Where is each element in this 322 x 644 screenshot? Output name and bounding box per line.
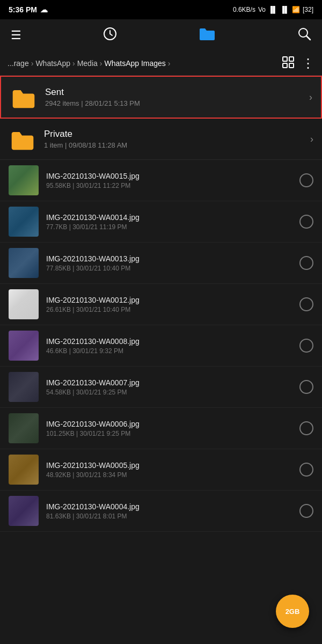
file-meta-4: 46.6KB | 30/01/21 9:32 PM [46, 347, 299, 355]
file-name-1: IMG-20210130-WA0014.jpg [46, 213, 299, 222]
svg-line-4 [306, 36, 310, 40]
file-meta-5: 54.58KB | 30/01/21 9:25 PM [46, 389, 299, 396]
breadcrumb-storage[interactable]: ...rage [8, 59, 29, 68]
file-check-0[interactable] [299, 173, 313, 187]
svg-line-2 [110, 34, 112, 35]
file-meta-1: 77.7KB | 30/01/21 11:19 PM [46, 223, 299, 231]
network-speed: 0.6KB/s [233, 6, 255, 13]
file-name-3: IMG-20210130-WA0012.jpg [46, 296, 299, 304]
file-info-8: IMG-20210130-WA0004.jpg 81.63KB | 30/01/… [46, 502, 299, 520]
file-info-5: IMG-20210130-WA0007.jpg 54.58KB | 30/01/… [46, 378, 299, 396]
file-check-8[interactable] [299, 504, 313, 518]
file-info-0: IMG-20210130-WA0015.jpg 95.58KB | 30/01/… [46, 172, 299, 189]
signal-bars-icon: ▐▌ [268, 6, 277, 13]
file-info-3: IMG-20210130-WA0012.jpg 26.61KB | 30/01/… [46, 296, 299, 313]
file-meta-3: 26.61KB | 30/01/21 10:40 PM [46, 306, 299, 313]
file-name-7: IMG-20210130-WA0005.jpg [46, 461, 299, 470]
status-bar: 5:36 PM ☁ 0.6KB/s Vo ▐▌ ▐▌ 📶 [32] [0, 0, 322, 19]
file-thumb-0 [9, 165, 39, 195]
file-thumb-8 [9, 496, 39, 526]
storage-fab[interactable]: 2GB [276, 595, 309, 628]
list-item[interactable]: IMG-20210130-WA0015.jpg 95.58KB | 30/01/… [0, 160, 322, 201]
folder-sent-name: Sent [45, 87, 309, 98]
fab-label: 2GB [286, 608, 300, 616]
list-item[interactable]: IMG-20210130-WA0014.jpg 77.7KB | 30/01/2… [0, 201, 322, 243]
file-check-2[interactable] [299, 256, 313, 270]
svg-rect-6 [289, 57, 294, 61]
file-thumb-1 [9, 207, 39, 237]
file-info-4: IMG-20210130-WA0008.jpg 46.6KB | 30/01/2… [46, 337, 299, 355]
breadcrumb-current[interactable]: WhatsApp Images [104, 59, 165, 68]
file-name-4: IMG-20210130-WA0008.jpg [46, 337, 299, 346]
signal-bars-2-icon: ▐▌ [280, 6, 289, 13]
breadcrumb-media[interactable]: Media [77, 59, 98, 68]
file-meta-8: 81.63KB | 30/01/21 8:01 PM [46, 513, 299, 520]
file-thumb-7 [9, 455, 39, 485]
breadcrumb-sep-3: › [100, 59, 103, 68]
file-check-5[interactable] [299, 380, 313, 394]
status-right: 0.6KB/s Vo ▐▌ ▐▌ 📶 [32] [233, 6, 313, 13]
cloud-icon: ☁ [40, 5, 48, 14]
folder-nav-icon[interactable] [199, 26, 216, 45]
file-info-1: IMG-20210130-WA0014.jpg 77.7KB | 30/01/2… [46, 213, 299, 231]
file-thumb-4 [9, 331, 39, 361]
file-list: Sent 2942 items | 28/01/21 5:13 PM › Pri… [0, 76, 322, 532]
svg-rect-7 [283, 63, 287, 68]
folder-sent-meta: 2942 items | 28/01/21 5:13 PM [45, 99, 309, 107]
battery-icon: [32] [303, 6, 313, 13]
svg-rect-8 [289, 63, 294, 68]
file-check-1[interactable] [299, 215, 313, 229]
folder-sent-chevron: › [309, 92, 312, 103]
file-name-0: IMG-20210130-WA0015.jpg [46, 172, 299, 180]
file-meta-0: 95.58KB | 30/01/21 11:22 PM [46, 182, 299, 189]
folder-sent[interactable]: Sent 2942 items | 28/01/21 5:13 PM › [0, 76, 322, 119]
file-thumb-2 [9, 248, 39, 278]
folder-private[interactable]: Private 1 item | 09/08/18 11:28 AM › [0, 119, 322, 160]
breadcrumb-sep-4: › [168, 59, 171, 68]
file-info-6: IMG-20210130-WA0006.jpg 101.25KB | 30/01… [46, 420, 299, 437]
list-item[interactable]: IMG-20210130-WA0007.jpg 54.58KB | 30/01/… [0, 367, 322, 408]
file-name-2: IMG-20210130-WA0013.jpg [46, 254, 299, 263]
file-name-6: IMG-20210130-WA0006.jpg [46, 420, 299, 428]
file-meta-7: 48.92KB | 30/01/21 8:34 PM [46, 471, 299, 479]
file-name-8: IMG-20210130-WA0004.jpg [46, 502, 299, 511]
list-item[interactable]: IMG-20210130-WA0008.jpg 46.6KB | 30/01/2… [0, 325, 322, 367]
file-meta-6: 101.25KB | 30/01/21 9:25 PM [46, 430, 299, 437]
wifi-icon: 📶 [292, 6, 300, 13]
search-icon[interactable] [297, 27, 311, 44]
breadcrumb-whatsapp[interactable]: WhatsApp [35, 59, 70, 68]
file-check-4[interactable] [299, 339, 313, 353]
status-time: 5:36 PM ☁ [9, 5, 48, 14]
more-options-icon[interactable]: ⋮ [302, 56, 314, 71]
history-icon[interactable] [103, 27, 117, 44]
file-check-7[interactable] [299, 463, 313, 477]
breadcrumb-path: ...rage › WhatsApp › Media › WhatsApp Im… [8, 59, 282, 68]
list-item[interactable]: IMG-20210130-WA0005.jpg 48.92KB | 30/01/… [0, 449, 322, 491]
file-info-7: IMG-20210130-WA0005.jpg 48.92KB | 30/01/… [46, 461, 299, 479]
list-item[interactable]: IMG-20210130-WA0013.jpg 77.85KB | 30/01/… [0, 243, 322, 284]
time-text: 5:36 PM [9, 5, 37, 14]
folder-private-icon [9, 125, 36, 153]
folder-sent-icon [10, 83, 38, 111]
file-name-5: IMG-20210130-WA0007.jpg [46, 378, 299, 387]
folder-sent-info: Sent 2942 items | 28/01/21 5:13 PM [45, 87, 309, 107]
top-nav: ☰ [0, 19, 322, 52]
file-meta-2: 77.85KB | 30/01/21 10:40 PM [46, 265, 299, 272]
list-item[interactable]: IMG-20210130-WA0006.jpg 101.25KB | 30/01… [0, 408, 322, 449]
list-item[interactable]: IMG-20210130-WA0012.jpg 26.61KB | 30/01/… [0, 284, 322, 325]
file-check-3[interactable] [299, 297, 313, 311]
folder-private-meta: 1 item | 09/08/18 11:28 AM [44, 141, 310, 149]
folder-private-chevron: › [310, 134, 313, 145]
file-thumb-3 [9, 289, 39, 319]
breadcrumb-actions: ⋮ [282, 56, 314, 71]
list-item[interactable]: IMG-20210130-WA0004.jpg 81.63KB | 30/01/… [0, 491, 322, 532]
breadcrumb-sep-2: › [72, 59, 75, 68]
svg-rect-5 [283, 57, 287, 61]
folder-private-info: Private 1 item | 09/08/18 11:28 AM [44, 129, 310, 149]
breadcrumb: ...rage › WhatsApp › Media › WhatsApp Im… [0, 52, 322, 76]
file-check-6[interactable] [299, 421, 313, 435]
grid-view-icon[interactable] [282, 56, 294, 71]
menu-icon[interactable]: ☰ [11, 28, 21, 42]
breadcrumb-sep-1: › [31, 59, 34, 68]
file-thumb-6 [9, 413, 39, 443]
